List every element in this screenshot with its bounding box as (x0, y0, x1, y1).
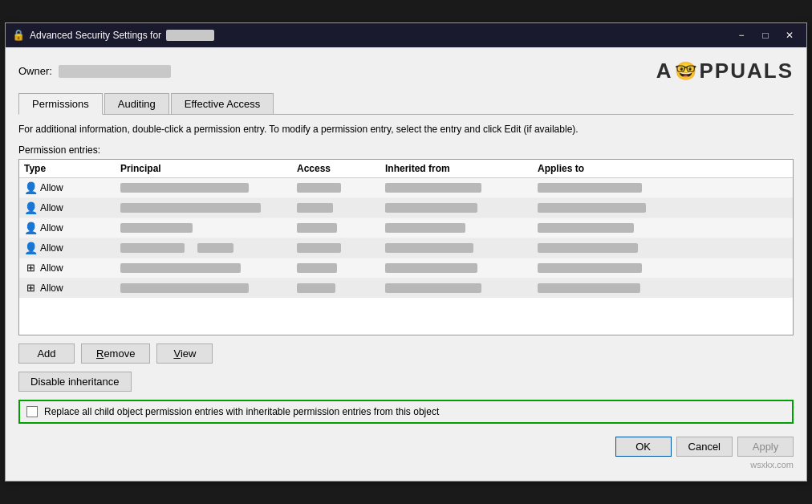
th-principal: Principal (116, 160, 292, 177)
close-button[interactable]: ✕ (779, 27, 800, 43)
td-type-2: 👤 Allow (19, 198, 116, 217)
owner-label: Owner: (18, 65, 52, 77)
main-window: 🔒 Advanced Security Settings for − □ ✕ O… (5, 22, 807, 482)
minimize-button[interactable]: − (731, 27, 752, 43)
permissions-table: Type Principal Access Inherited from App… (18, 159, 794, 335)
td-inherited-2 (380, 200, 533, 216)
replace-permissions-checkbox[interactable] (26, 406, 38, 417)
watermark: wsxkx.com (18, 460, 794, 469)
th-applies: Applies to (533, 160, 793, 177)
user-icon-1: 👤 (24, 181, 37, 194)
td-applies-3 (533, 220, 793, 236)
user-icon-3: 👤 (24, 222, 37, 234)
checkbox-row: Replace all child object permission entr… (18, 400, 794, 424)
table-row[interactable]: 👤 Allow (19, 218, 793, 238)
table-header: Type Principal Access Inherited from App… (19, 160, 793, 178)
td-type-5: ⊞ Allow (19, 258, 116, 278)
td-principal-1 (116, 180, 292, 196)
disable-inheritance-container: Disable inheritance (18, 372, 794, 400)
td-applies-6 (533, 280, 793, 296)
td-type-6: ⊞ Allow (19, 278, 116, 298)
title-redacted (166, 30, 214, 41)
td-inherited-1 (380, 180, 533, 196)
td-access-1 (292, 180, 380, 196)
remove-button[interactable]: Remove (81, 343, 150, 364)
grid-icon-5: ⊞ (24, 262, 37, 274)
td-principal-5 (116, 260, 292, 276)
td-access-4 (292, 240, 380, 256)
cancel-button[interactable]: Cancel (676, 437, 733, 457)
td-type-4: 👤 Allow (19, 238, 116, 258)
owner-value (59, 65, 171, 78)
table-body: 👤 Allow (19, 178, 793, 298)
title-controls: − □ ✕ (731, 27, 800, 43)
info-text: For additional information, double-click… (18, 123, 794, 136)
th-inherited: Inherited from (380, 160, 533, 177)
tabs-bar: Permissions Auditing Effective Access (18, 93, 794, 115)
td-principal-2 (116, 200, 292, 216)
td-principal-3 (116, 220, 292, 236)
td-applies-2 (533, 200, 793, 216)
disable-inheritance-button[interactable]: Disable inheritance (18, 372, 132, 392)
td-applies-1 (533, 180, 793, 196)
logo-a: A (656, 59, 673, 83)
td-access-2 (292, 200, 380, 216)
tab-permissions[interactable]: Permissions (18, 93, 103, 115)
permission-entries-label: Permission entries: (18, 144, 794, 156)
table-row[interactable]: ⊞ Allow (19, 278, 793, 298)
td-principal-4 (116, 240, 292, 256)
td-access-5 (292, 260, 380, 276)
table-row[interactable]: 👤 Allow (19, 238, 793, 258)
table-row[interactable]: ⊞ Allow (19, 258, 793, 278)
th-access: Access (292, 160, 380, 177)
td-applies-4 (533, 240, 793, 256)
replace-permissions-label: Replace all child object permission entr… (44, 406, 439, 417)
td-inherited-6 (380, 280, 533, 296)
td-inherited-3 (380, 220, 533, 236)
title-bar: 🔒 Advanced Security Settings for − □ ✕ (6, 23, 806, 47)
bottom-buttons: OK Cancel Apply (18, 432, 794, 458)
grid-icon-6: ⊞ (24, 282, 37, 295)
title-bar-left: 🔒 Advanced Security Settings for (12, 29, 214, 42)
ok-button[interactable]: OK (615, 437, 672, 457)
logo-ppuals: PPUALS (700, 59, 794, 83)
td-type-1: 👤 Allow (19, 178, 116, 197)
window-icon: 🔒 (12, 29, 25, 42)
window-title: Advanced Security Settings for (30, 30, 161, 41)
td-access-6 (292, 280, 380, 296)
appuals-logo: A 🤓 PPUALS (656, 59, 794, 83)
logo-glasses: 🤓 (675, 61, 698, 82)
table-row[interactable]: 👤 Allow (19, 178, 793, 198)
td-applies-5 (533, 260, 793, 276)
owner-row: Owner: A 🤓 PPUALS (18, 59, 794, 83)
table-row[interactable]: 👤 Allow (19, 198, 793, 218)
user-icon-2: 👤 (24, 201, 37, 214)
tab-auditing[interactable]: Auditing (104, 93, 169, 114)
user-icon-4: 👤 (24, 242, 37, 254)
window-body: Owner: A 🤓 PPUALS Permissions Auditing E… (6, 47, 806, 481)
td-principal-6 (116, 280, 292, 296)
table-action-buttons: Add Remove View (18, 343, 794, 364)
maximize-button[interactable]: □ (755, 27, 776, 43)
apply-button[interactable]: Apply (737, 437, 794, 457)
view-button[interactable]: View (156, 343, 213, 364)
td-inherited-5 (380, 260, 533, 276)
add-button[interactable]: Add (18, 343, 75, 364)
tab-effective-access[interactable]: Effective Access (171, 93, 274, 114)
td-access-3 (292, 220, 380, 236)
th-type: Type (19, 160, 116, 177)
td-inherited-4 (380, 240, 533, 256)
td-type-3: 👤 Allow (19, 218, 116, 238)
